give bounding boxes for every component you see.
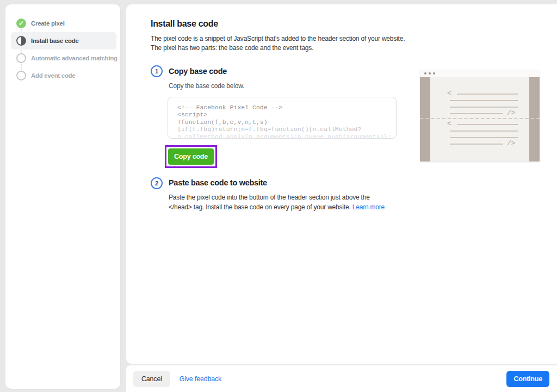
step-2-body-line2-text: </head> tag. Install the base code on ev…: [169, 203, 351, 211]
sidebar-item-label: Add event code: [31, 72, 75, 79]
code-line: {if(f.fbq)return;n=f.fbq=function(){n.ca…: [177, 126, 396, 133]
step-1-title: Copy base code: [169, 67, 227, 76]
page-description-line1: The pixel code is a snippet of JavaScrip…: [151, 34, 405, 43]
learn-more-link[interactable]: Learn more: [352, 203, 385, 211]
sidebar-item-add-event-code[interactable]: Add event code: [11, 67, 116, 84]
close-tag-icon: />: [507, 141, 515, 146]
step-1-badge: 1: [151, 65, 163, 77]
pixel-code-snippet-box: <!-- Facebook Pixel Code --> <script> !f…: [168, 97, 397, 139]
window-dot-icon: [433, 72, 435, 74]
code-line: !function(f,b,e,v,n,t,s): [177, 119, 396, 126]
page-column-left: [420, 77, 430, 161]
open-tag-icon: <: [447, 91, 451, 96]
window-dot-icon: [429, 72, 431, 74]
page-description-line2: The pixel has two parts: the base code a…: [151, 43, 405, 53]
window-dot-icon: [424, 72, 426, 74]
step-2-badge: 2: [151, 177, 163, 189]
code-line-shape: [457, 94, 518, 95]
continue-button[interactable]: Continue: [506, 371, 549, 387]
step-2-title: Paste base code to website: [169, 178, 267, 187]
step-2-body-line1: Paste the pixel code into the bottom of …: [169, 193, 385, 203]
insertion-divider: [420, 118, 540, 119]
code-line-shape: [450, 137, 518, 138]
give-feedback-link[interactable]: Give feedback: [180, 375, 221, 383]
check-icon: ✓: [16, 18, 26, 28]
sidebar-item-label: Automatic advanced matching: [31, 55, 117, 61]
pixel-setup-wizard: ✓ Create pixel Install base code Automat…: [0, 0, 557, 392]
cancel-button[interactable]: Cancel: [133, 371, 170, 387]
code-line: n.callMethod.apply(n,arguments):n.queue.…: [177, 133, 396, 139]
page-title: Install base code: [151, 19, 218, 29]
code-line-shape: [450, 107, 518, 108]
wizard-footer: Cancel Give feedback Continue: [126, 365, 557, 392]
step-2-body-line2: </head> tag. Install the base code on ev…: [169, 203, 385, 213]
browser-titlebar: [420, 70, 540, 77]
code-line-shape: [450, 113, 503, 114]
sidebar-item-create-pixel[interactable]: ✓ Create pixel: [11, 15, 116, 32]
step-1-number: 1: [155, 68, 158, 74]
main-panel: Install base code The pixel code is a sn…: [126, 4, 557, 364]
page-column-right: [529, 77, 540, 161]
step-1-subtitle: Copy the base code below.: [169, 82, 244, 90]
close-tag-icon: />: [507, 110, 515, 116]
sidebar-item-label: Install base code: [31, 38, 79, 44]
wizard-steps-sidebar: ✓ Create pixel Install base code Automat…: [5, 4, 120, 389]
code-line-shape: [457, 124, 518, 125]
code-line-shape: [450, 144, 503, 145]
code-line: <script>: [177, 111, 396, 118]
code-line: <!-- Facebook Pixel Code -->: [177, 104, 396, 111]
page-description: The pixel code is a snippet of JavaScrip…: [151, 34, 405, 53]
annotation-highlight-box: Copy code: [165, 145, 217, 168]
browser-window-code-illustration: < /> < />: [420, 70, 540, 161]
step-2-number: 2: [155, 180, 158, 186]
empty-circle-icon: [16, 71, 26, 80]
open-tag-icon: <: [447, 121, 451, 127]
steps-list: ✓ Create pixel Install base code Automat…: [5, 4, 120, 84]
half-filled-circle-icon: [16, 36, 26, 46]
copy-code-button[interactable]: Copy code: [168, 148, 214, 165]
sidebar-item-label: Create pixel: [31, 20, 65, 27]
step-2-body: Paste the pixel code into the bottom of …: [169, 193, 385, 212]
code-line-shape: [450, 130, 518, 132]
sidebar-item-install-base-code[interactable]: Install base code: [11, 32, 116, 49]
empty-circle-icon: [16, 53, 26, 63]
sidebar-item-automatic-advanced-matching[interactable]: Automatic advanced matching: [11, 49, 116, 67]
code-line-shape: [450, 100, 518, 101]
